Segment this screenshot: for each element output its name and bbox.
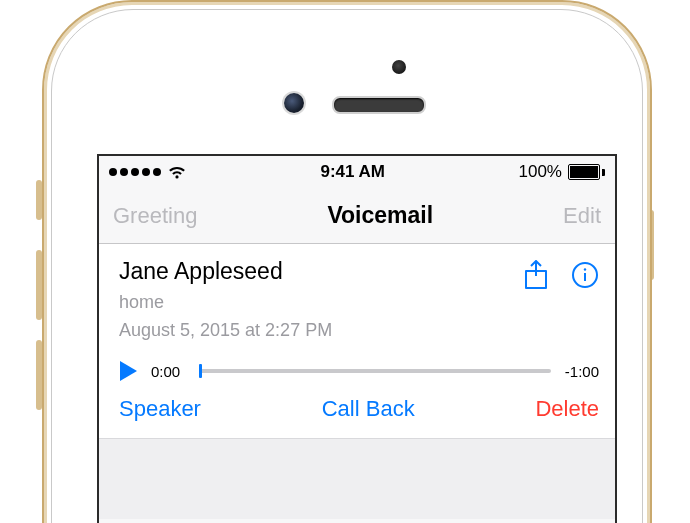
voicemail-timestamp: August 5, 2015 at 2:27 PM (119, 318, 523, 342)
phone-frame: 9:41 AM 100% Greeting Voicemail Edit (42, 0, 652, 523)
scrubber-thumb[interactable] (199, 364, 202, 378)
voicemail-item[interactable]: Jane Appleseed home August 5, 2015 at 2:… (99, 244, 615, 439)
navbar: Greeting Voicemail Edit (99, 188, 615, 244)
cell-signal-icon (109, 168, 161, 176)
stage: 9:41 AM 100% Greeting Voicemail Edit (0, 0, 690, 523)
phone-inner: 9:41 AM 100% Greeting Voicemail Edit (51, 9, 643, 523)
remaining-time: -1:00 (563, 363, 599, 380)
play-icon[interactable] (119, 360, 139, 382)
list-empty-area (99, 439, 615, 519)
scrubber-track[interactable] (199, 369, 551, 373)
battery-icon (568, 164, 605, 180)
nav-greeting-button[interactable]: Greeting (113, 203, 197, 229)
proximity-sensor (392, 60, 406, 74)
delete-button[interactable]: Delete (535, 396, 599, 422)
action-row: Speaker Call Back Delete (119, 396, 599, 422)
elapsed-time: 0:00 (151, 363, 187, 380)
wifi-icon (167, 165, 187, 180)
earpiece-speaker (332, 96, 426, 114)
playback-row: 0:00 -1:00 (119, 360, 599, 382)
voicemail-header: Jane Appleseed home August 5, 2015 at 2:… (119, 258, 599, 342)
caller-label: home (119, 290, 523, 314)
share-icon[interactable] (523, 260, 549, 290)
info-icon[interactable] (571, 261, 599, 289)
nav-title: Voicemail (327, 202, 433, 229)
svg-point-2 (584, 268, 586, 270)
voicemail-list: Jane Appleseed home August 5, 2015 at 2:… (99, 244, 615, 519)
front-camera (284, 93, 304, 113)
call-back-button[interactable]: Call Back (322, 396, 415, 422)
status-bar: 9:41 AM 100% (99, 156, 615, 188)
battery-percent: 100% (519, 162, 562, 182)
status-time: 9:41 AM (320, 162, 385, 182)
caller-name: Jane Appleseed (119, 258, 523, 286)
screen: 9:41 AM 100% Greeting Voicemail Edit (97, 154, 617, 523)
nav-edit-button[interactable]: Edit (563, 203, 601, 229)
speaker-button[interactable]: Speaker (119, 396, 201, 422)
